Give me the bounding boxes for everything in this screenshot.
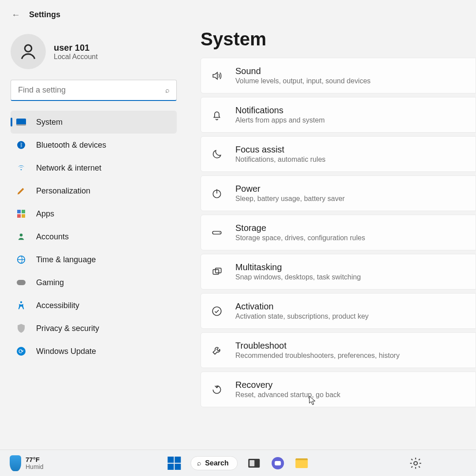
sidebar-item-network[interactable]: Network & internet — [11, 156, 177, 179]
svg-point-12 — [414, 461, 417, 465]
bell-icon — [210, 108, 224, 122]
apps-icon — [16, 208, 26, 219]
main-content: System Sound Volume levels, output, inpu… — [183, 24, 476, 445]
chat-button[interactable] — [271, 456, 286, 471]
svg-point-0 — [25, 45, 31, 52]
card-recovery[interactable]: Recovery Reset, advanced startup, go bac… — [201, 372, 476, 407]
svg-rect-10 — [216, 268, 221, 273]
card-title: Notifications — [235, 105, 325, 115]
sidebar-item-gaming[interactable]: Gaming — [11, 271, 177, 294]
sidebar-item-label: System — [36, 118, 63, 127]
card-focus-assist[interactable]: Focus assist Notifications, automatic ru… — [201, 136, 476, 172]
card-title: Multitasking — [235, 262, 361, 272]
sound-icon — [210, 69, 224, 83]
card-title: Storage — [235, 223, 365, 233]
card-sub: Activation state, subscriptions, product… — [235, 312, 368, 320]
sidebar-item-label: Accessibility — [36, 301, 79, 310]
card-sub: Reset, advanced startup, go back — [235, 391, 340, 399]
accessibility-icon — [16, 300, 26, 311]
page-title: System — [201, 29, 476, 50]
shield-icon — [16, 323, 26, 334]
moon-icon — [210, 147, 224, 161]
search-icon[interactable]: ⌕ — [165, 86, 170, 94]
card-activation[interactable]: Activation Activation state, subscriptio… — [201, 293, 476, 329]
sidebar-item-apps[interactable]: Apps — [11, 202, 177, 225]
search-input[interactable] — [11, 80, 177, 101]
sidebar-item-update[interactable]: ⟳ Windows Update — [11, 340, 177, 363]
svg-point-1 — [20, 234, 23, 237]
settings-taskbar-icon[interactable] — [408, 456, 423, 471]
person-icon — [16, 231, 26, 242]
window-header: ← Settings — [0, 0, 476, 24]
user-name: user 101 — [54, 43, 98, 53]
settings-card-list: Sound Volume levels, output, input, soun… — [201, 58, 476, 407]
file-explorer-button[interactable] — [294, 456, 309, 471]
sidebar-item-label: Windows Update — [36, 347, 96, 356]
card-notifications[interactable]: Notifications Alerts from apps and syste… — [201, 97, 476, 133]
card-storage[interactable]: Storage Storage space, drives, configura… — [201, 215, 476, 250]
card-sub: Notifications, automatic rules — [235, 156, 326, 164]
card-sub: Sleep, battery usage, battery saver — [235, 195, 345, 203]
card-troubleshoot[interactable]: Troubleshoot Recommended troubleshooters… — [201, 332, 476, 368]
card-sub: Snap windows, desktops, task switching — [235, 273, 361, 281]
sidebar-item-label: Bluetooth & devices — [36, 141, 106, 150]
weather-temp: 77°F — [26, 456, 43, 463]
update-icon: ⟳ — [16, 346, 26, 357]
start-button[interactable] — [167, 456, 182, 471]
wifi-icon — [16, 163, 26, 173]
weather-icon — [10, 455, 21, 471]
recovery-icon — [210, 383, 224, 397]
sidebar-item-system[interactable]: System — [11, 111, 177, 134]
card-sound[interactable]: Sound Volume levels, output, input, soun… — [201, 58, 476, 93]
card-sub: Volume levels, output, input, sound devi… — [235, 77, 371, 85]
card-sub: Alerts from apps and system — [235, 116, 325, 124]
user-block[interactable]: user 101 Local Account — [11, 32, 177, 80]
svg-point-4 — [20, 301, 22, 303]
sidebar-item-label: Privacy & security — [36, 324, 99, 333]
weather-cond: Humid — [26, 463, 43, 470]
sidebar-item-privacy[interactable]: Privacy & security — [11, 317, 177, 340]
card-title: Activation — [235, 301, 368, 312]
card-title: Focus assist — [235, 145, 326, 155]
multitasking-icon — [210, 265, 224, 279]
search-wrap: ⌕ — [11, 80, 177, 101]
svg-point-8 — [219, 232, 220, 233]
taskbar-weather[interactable]: 77°F Humid — [10, 455, 43, 471]
sidebar-item-personalization[interactable]: Personalization — [11, 179, 177, 202]
sidebar-item-accessibility[interactable]: Accessibility — [11, 294, 177, 317]
storage-icon — [210, 226, 224, 240]
card-multitasking[interactable]: Multitasking Snap windows, desktops, tas… — [201, 254, 476, 290]
bluetooth-icon: ᛒ — [16, 140, 26, 150]
wrench-icon — [210, 343, 224, 357]
sidebar-item-label: Time & language — [36, 255, 96, 264]
sidebar-item-label: Network & internet — [36, 164, 101, 173]
check-circle-icon — [210, 304, 224, 318]
svg-point-11 — [212, 307, 221, 316]
monitor-icon — [16, 117, 26, 127]
power-icon — [210, 186, 224, 201]
sidebar-item-label: Apps — [36, 209, 54, 219]
card-title: Power — [235, 184, 345, 194]
back-button[interactable]: ← — [11, 10, 20, 20]
sidebar-item-label: Personalization — [36, 186, 90, 196]
card-sub: Storage space, drives, configuration rul… — [235, 234, 365, 242]
nav-list: System ᛒ Bluetooth & devices Network & i… — [11, 111, 177, 363]
clock-globe-icon — [16, 254, 26, 265]
card-title: Recovery — [235, 380, 340, 390]
svg-rect-9 — [213, 269, 219, 274]
card-title: Troubleshoot — [235, 341, 400, 351]
sidebar-item-time[interactable]: Time & language — [11, 248, 177, 271]
sidebar-item-accounts[interactable]: Accounts — [11, 225, 177, 248]
avatar — [11, 34, 46, 69]
card-sub: Recommended troubleshooters, preferences… — [235, 352, 400, 360]
svg-rect-3 — [17, 280, 26, 285]
sidebar-item-label: Accounts — [36, 232, 69, 242]
task-view-button[interactable] — [247, 456, 262, 471]
card-power[interactable]: Power Sleep, battery usage, battery save… — [201, 175, 476, 211]
header-title: Settings — [29, 10, 60, 19]
taskbar-search[interactable]: ⌕ Search — [190, 456, 238, 470]
card-title: Sound — [235, 66, 371, 76]
gamepad-icon — [16, 277, 26, 288]
sidebar-item-label: Gaming — [36, 278, 64, 287]
sidebar-item-bluetooth[interactable]: ᛒ Bluetooth & devices — [11, 134, 177, 156]
